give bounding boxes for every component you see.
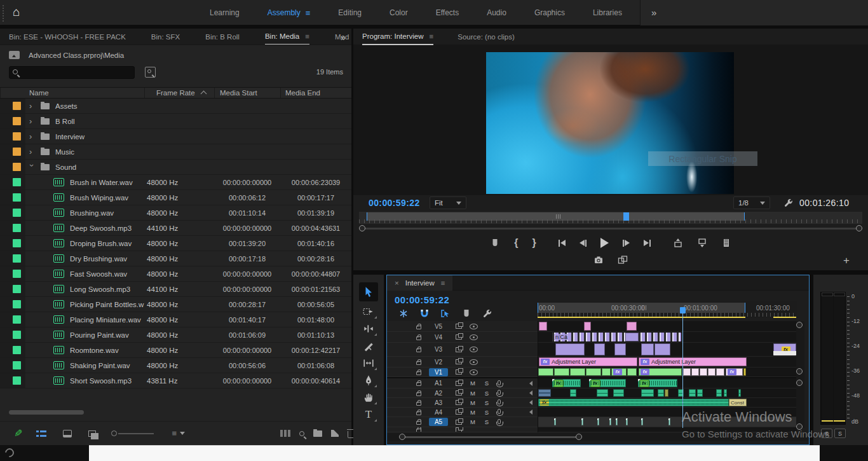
track-header-a4[interactable]: A4MS [387, 408, 538, 417]
solo-left-button[interactable]: S [821, 429, 832, 438]
sync-lock-icon[interactable] [456, 359, 462, 364]
new-item-button[interactable] [331, 430, 339, 437]
mute-button[interactable]: M [470, 399, 476, 406]
track-name-a1[interactable]: A1 [429, 379, 448, 387]
monitor-playhead[interactable] [623, 212, 629, 221]
zoom-level-dropdown[interactable]: Fit [430, 196, 466, 209]
hand-tool[interactable] [359, 389, 378, 406]
mute-button[interactable]: M [470, 409, 476, 416]
sync-lock-icon[interactable] [456, 324, 462, 329]
bin-row-audio[interactable]: Roomtone.wav48000 Hz00:00:00:0000000:00:… [0, 343, 351, 358]
fx-badge[interactable]: fx [641, 359, 649, 365]
track-v3-lane[interactable]: fx [538, 343, 797, 357]
label-color-swatch[interactable] [13, 376, 21, 385]
bin-row-audio[interactable]: Fast Swoosh.wav48000 Hz00:00:00:0000000:… [0, 266, 351, 282]
horizontal-scrollbar[interactable] [9, 410, 84, 415]
track-v2-lane[interactable]: fxAdjustment LayerfxAdjustment Layer [538, 357, 797, 368]
timeline-horizontal-scrollbar[interactable] [387, 433, 809, 441]
toggle-track-output-eye-icon[interactable] [470, 334, 478, 340]
workspace-tab-graphics[interactable]: Graphics [534, 8, 565, 17]
clip[interactable] [716, 368, 725, 376]
step-back-button[interactable] [580, 240, 587, 247]
clip[interactable] [613, 389, 624, 397]
workspace-tab-audio[interactable]: Audio [487, 8, 506, 17]
lock-icon[interactable] [416, 336, 421, 340]
clip[interactable] [627, 368, 637, 376]
voiceover-mic-icon[interactable] [498, 409, 501, 414]
mute-button[interactable]: M [470, 418, 476, 425]
freeform-view-button[interactable] [88, 430, 96, 437]
label-color-swatch[interactable] [13, 209, 21, 217]
sync-lock-icon[interactable] [456, 409, 462, 415]
label-color-swatch[interactable] [13, 102, 21, 110]
clip[interactable] [641, 343, 654, 355]
timeline-vertical-scrollbar[interactable] [796, 321, 804, 428]
clip[interactable] [689, 389, 696, 397]
track-name-v5[interactable]: V5 [429, 322, 448, 331]
new-bin-button[interactable] [313, 430, 322, 437]
track-name-a5[interactable]: A5 [429, 418, 448, 426]
track-header-v2[interactable]: V2 [387, 357, 538, 368]
bin-row-audio[interactable]: Shaking Paint.wav48000 Hz00:00:56:0600:0… [0, 358, 351, 373]
solo-button[interactable]: S [484, 390, 490, 397]
clip[interactable]: fx [611, 368, 627, 376]
lock-icon[interactable] [416, 361, 421, 365]
sync-lock-icon[interactable] [456, 347, 462, 352]
toggle-track-output-eye-icon[interactable] [470, 359, 478, 365]
bin-row-audio[interactable]: Placing Miniature.wav48000 Hz00:01:40:17… [0, 312, 351, 327]
sync-lock-icon[interactable] [456, 334, 462, 340]
clip[interactable] [594, 343, 605, 355]
mark-in-button[interactable]: { [514, 237, 518, 249]
track-header-a1[interactable]: A1MS [387, 378, 538, 389]
clip[interactable] [738, 389, 741, 397]
bin-row-audio[interactable]: Droping Brush.wav48000 Hz00:01:39:2000:0… [0, 236, 351, 251]
track-name-v2[interactable]: V2 [429, 358, 448, 366]
playback-resolution-dropdown[interactable]: 1/8 [733, 196, 770, 209]
track-a2-lane[interactable] [538, 389, 797, 398]
sync-lock-icon[interactable] [456, 400, 462, 405]
solo-button[interactable]: S [484, 399, 490, 406]
workspace-tab-effects[interactable]: Effects [436, 8, 459, 17]
clip[interactable] [697, 389, 703, 397]
monitor-settings-wrench-icon[interactable] [783, 198, 794, 208]
bin-row-audio[interactable]: Pouring Paint.wav48000 Hz00:01:06:0900:0… [0, 327, 351, 343]
solo-button[interactable]: S [484, 409, 490, 416]
go-to-out-button[interactable] [644, 240, 651, 247]
vscroll-handle[interactable] [796, 380, 803, 386]
clip[interactable]: fxAdjustment Layer [539, 357, 637, 366]
fx-badge[interactable]: fx [728, 369, 736, 375]
bin-row-audio[interactable]: Dry Brushing.wav48000 Hz00:00:17:1800:00… [0, 251, 351, 266]
creative-cloud-icon[interactable] [3, 446, 16, 459]
slip-tool[interactable] [359, 354, 378, 371]
lock-icon[interactable] [416, 392, 421, 396]
label-color-swatch[interactable] [13, 239, 21, 247]
track-header-v3[interactable]: V3 [387, 343, 538, 357]
clip[interactable]: fxAdjustment Layer [639, 357, 747, 366]
clip[interactable] [708, 368, 716, 376]
label-color-swatch[interactable] [13, 193, 21, 202]
voiceover-mic-icon[interactable] [498, 380, 501, 385]
clip[interactable] [597, 418, 599, 425]
track-v1-lane[interactable]: fxfxfx [538, 368, 797, 377]
column-media-start[interactable]: Media Start [214, 88, 280, 98]
label-color-swatch[interactable] [13, 346, 21, 354]
clip[interactable] [570, 368, 586, 376]
workspace-tab-libraries[interactable]: Libraries [593, 8, 622, 17]
toggle-track-output-eye-icon[interactable] [470, 347, 478, 352]
zoom-slider[interactable] [111, 430, 154, 436]
track-name-a2[interactable]: A2 [429, 389, 448, 397]
zoom-slider-track[interactable] [118, 433, 154, 434]
clip[interactable]: fx [773, 343, 796, 355]
workspace-tab-assembly[interactable]: Assembly≡ [268, 8, 311, 18]
vscroll-handle[interactable] [796, 423, 803, 430]
bin-row-folder[interactable]: ›Interview [0, 129, 351, 144]
menu-icon[interactable]: ≡ [430, 32, 434, 40]
clip[interactable] [743, 368, 746, 376]
track-a3-lane[interactable]: fxConst [538, 398, 797, 408]
writable-indicator-pen-icon[interactable]: ✎ [14, 427, 22, 439]
lift-button[interactable] [673, 238, 683, 248]
clip[interactable]: fx [538, 399, 729, 406]
clip[interactable]: n Ca [552, 333, 625, 341]
pen-tool[interactable] [359, 371, 378, 389]
label-color-swatch[interactable] [13, 361, 21, 369]
